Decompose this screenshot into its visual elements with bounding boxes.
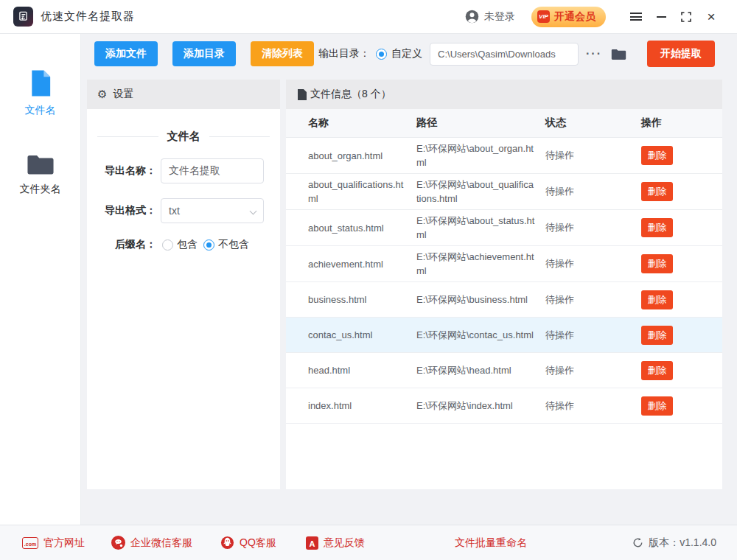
row-status: 待操作 — [545, 221, 641, 234]
row-status: 待操作 — [545, 257, 641, 270]
row-path: E:\环保网站\contac_us.html — [416, 328, 536, 342]
maximize-icon — [681, 12, 691, 22]
suffix-exclude-option[interactable]: 不包含 — [203, 238, 249, 251]
output-path-input[interactable] — [430, 43, 579, 66]
open-vip-button[interactable]: VIP 开通会员 — [531, 7, 606, 27]
delete-button[interactable]: 删除 — [641, 146, 673, 165]
table-row[interactable]: about_qualifications.html E:\环保网站\about_… — [286, 174, 722, 210]
main-content: 添加文件 添加目录 清除列表 输出目录： 自定义 ··· 开始提取 ⚙ 设置 — [82, 34, 737, 525]
clear-list-button[interactable]: 清除列表 — [251, 41, 314, 66]
col-path: 路径 — [416, 116, 545, 130]
menu-button[interactable] — [624, 6, 649, 28]
col-name: 名称 — [308, 116, 416, 130]
export-format-label: 导出格式： — [91, 204, 156, 217]
svg-text:A: A — [309, 539, 315, 547]
row-status: 待操作 — [545, 329, 641, 342]
sidebar-item-filename[interactable]: 文件名 — [0, 69, 80, 117]
hamburger-icon — [630, 13, 642, 21]
app-logo-icon — [13, 7, 33, 27]
suffix-label: 后缀名： — [91, 238, 156, 251]
export-name-input[interactable] — [161, 158, 264, 183]
table-body: about_organ.html E:\环保网站\about_organ.htm… — [286, 138, 722, 424]
wechat-icon — [111, 536, 125, 550]
file-icon — [27, 69, 54, 97]
delete-button[interactable]: 删除 — [641, 218, 673, 237]
row-path: E:\环保网站\business.html — [416, 293, 536, 307]
table-row[interactable]: business.html E:\环保网站\business.html 待操作 … — [286, 282, 722, 318]
table-row[interactable]: contac_us.html E:\环保网站\contac_us.html 待操… — [286, 318, 722, 353]
sidebar-item-foldername[interactable]: 文件夹名 — [0, 153, 80, 196]
minimize-button[interactable] — [649, 6, 674, 28]
row-path: E:\环保网站\head.html — [416, 363, 536, 377]
refresh-icon[interactable] — [632, 537, 643, 548]
close-icon: × — [707, 10, 715, 24]
table-row[interactable]: index.html E:\环保网站\index.html 待操作 删除 — [286, 388, 722, 424]
suffix-include-option[interactable]: 包含 — [162, 238, 198, 251]
row-path: E:\环保网站\achievement.html — [416, 250, 536, 278]
official-site-link[interactable]: .com 官方网址 — [22, 536, 85, 550]
row-path: E:\环保网站\about_status.html — [416, 214, 536, 242]
file-info-panel: 文件信息（8 个） 名称 路径 状态 操作 about_organ.html E… — [286, 80, 722, 489]
browse-more-button[interactable]: ··· — [586, 47, 602, 60]
vip-icon: VIP — [537, 10, 550, 23]
qq-icon — [220, 536, 234, 550]
delete-button[interactable]: 删除 — [641, 396, 673, 416]
add-directory-button[interactable]: 添加目录 — [172, 41, 236, 66]
add-files-button[interactable]: 添加文件 — [94, 41, 158, 66]
feedback-icon: A — [306, 536, 318, 550]
delete-button[interactable]: 删除 — [641, 182, 673, 201]
table-row[interactable]: head.html E:\环保网站\head.html 待操作 删除 — [286, 353, 722, 388]
delete-button[interactable]: 删除 — [641, 326, 673, 345]
table-row[interactable]: about_organ.html E:\环保网站\about_organ.htm… — [286, 138, 722, 174]
row-name: achievement.html — [308, 257, 411, 271]
suffix-exclude-radio[interactable] — [203, 239, 214, 251]
row-name: about_status.html — [308, 221, 411, 235]
table-row[interactable]: achievement.html E:\环保网站\achievement.htm… — [286, 246, 722, 282]
delete-button[interactable]: 删除 — [641, 290, 673, 309]
row-name: index.html — [308, 399, 411, 413]
row-name: about_qualifications.html — [308, 178, 411, 206]
sidebar: 文件名 文件夹名 — [0, 34, 81, 525]
row-path: E:\环保网站\about_organ.html — [416, 141, 536, 169]
delete-button[interactable]: 删除 — [641, 254, 673, 273]
settings-header: ⚙ 设置 — [87, 80, 280, 109]
section-title: 文件名 — [97, 130, 270, 144]
close-button[interactable]: × — [699, 6, 724, 28]
export-name-row: 导出名称： — [91, 158, 270, 183]
settings-panel: ⚙ 设置 文件名 导出名称： 导出格式： txt 后缀名： — [87, 80, 280, 489]
titlebar: 优速文件名提取器 未登录 VIP 开通会员 × — [0, 0, 737, 34]
output-dir-label: 输出目录： — [318, 47, 370, 60]
file-info-header: 文件信息（8 个） — [286, 80, 722, 109]
toolbar: 添加文件 添加目录 清除列表 输出目录： 自定义 ··· 开始提取 — [94, 41, 715, 66]
qq-service-link[interactable]: QQ客服 — [220, 536, 276, 550]
login-status: 未登录 — [484, 10, 515, 24]
open-folder-button[interactable] — [611, 48, 626, 60]
login-button[interactable]: 未登录 — [464, 9, 515, 24]
wechat-service-link[interactable]: 企业微信客服 — [111, 536, 192, 550]
start-extract-button[interactable]: 开始提取 — [647, 41, 715, 67]
export-name-label: 导出名称： — [91, 164, 156, 178]
row-name: business.html — [308, 293, 411, 307]
app-window: 优速文件名提取器 未登录 VIP 开通会员 × 文件名 — [0, 0, 737, 560]
row-status: 待操作 — [545, 149, 641, 162]
row-name: about_organ.html — [308, 149, 411, 163]
table-row[interactable]: about_status.html E:\环保网站\about_status.h… — [286, 210, 722, 246]
feedback-link[interactable]: A 意见反馈 — [306, 536, 365, 550]
gear-icon: ⚙ — [97, 88, 107, 101]
row-path: E:\环保网站\about_qualifications.html — [416, 178, 536, 206]
export-format-select[interactable]: txt — [161, 198, 264, 223]
col-status: 状态 — [545, 116, 641, 130]
row-path: E:\环保网站\index.html — [416, 399, 536, 413]
row-name: contac_us.html — [308, 328, 411, 342]
maximize-button[interactable] — [674, 6, 699, 28]
table-column-headers: 名称 路径 状态 操作 — [286, 109, 722, 138]
delete-button[interactable]: 删除 — [641, 361, 673, 380]
row-status: 待操作 — [545, 364, 641, 377]
user-icon — [464, 9, 480, 24]
folder-icon — [27, 153, 55, 176]
custom-output-radio[interactable] — [376, 49, 387, 60]
export-format-row: 导出格式： txt — [91, 198, 270, 223]
batch-rename-link[interactable]: 文件批量重命名 — [455, 536, 527, 550]
suffix-include-radio[interactable] — [162, 239, 173, 251]
row-name: head.html — [308, 363, 411, 377]
